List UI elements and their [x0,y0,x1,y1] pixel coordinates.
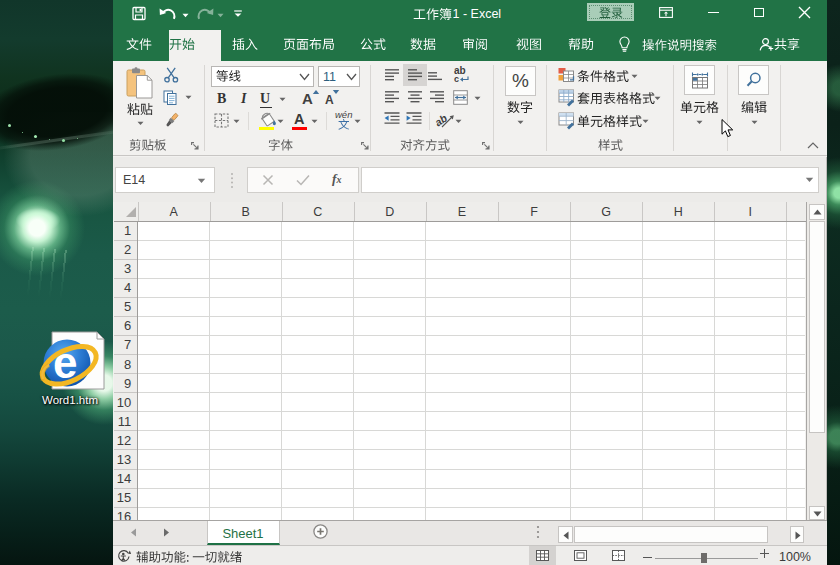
svg-text:c: c [454,74,459,84]
